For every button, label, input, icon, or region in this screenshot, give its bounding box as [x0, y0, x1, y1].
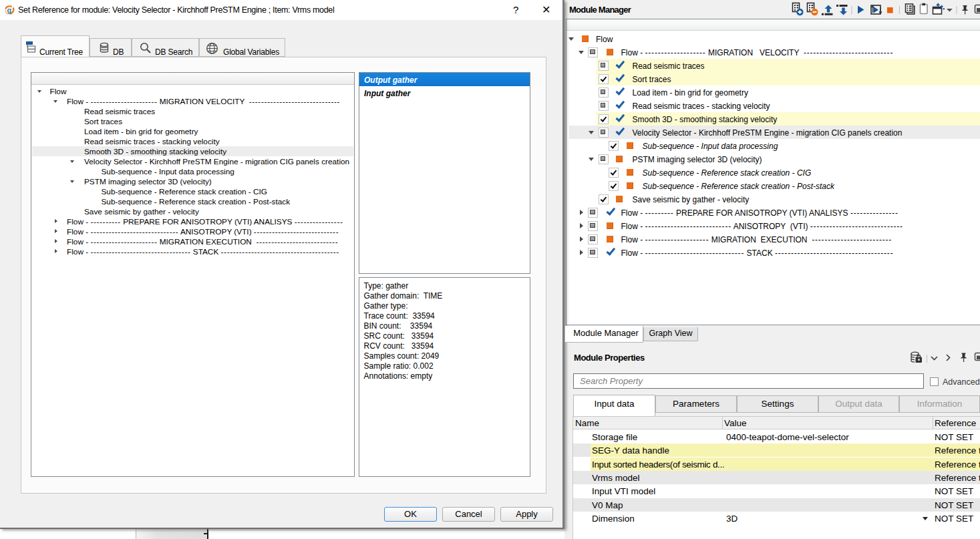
svg-text:g: g: [7, 5, 11, 13]
